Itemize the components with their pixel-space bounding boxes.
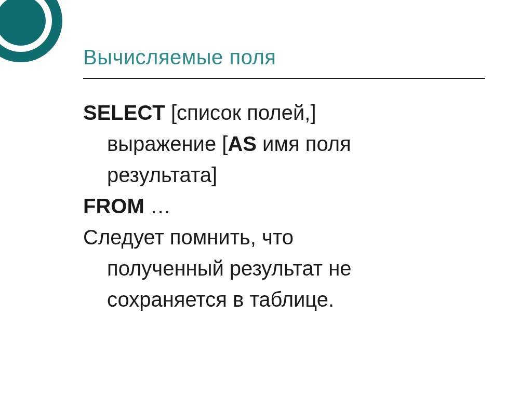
sql-line-2: выражение [AS имя поля	[83, 130, 485, 158]
slide-body: SELECT [список полей,] выражение [AS имя…	[83, 99, 485, 317]
sql-text: выражение [	[107, 132, 228, 155]
title-underline	[83, 78, 485, 79]
note-line-2: полученный результат не	[83, 254, 485, 282]
sql-line-3: результата]	[83, 161, 485, 189]
sql-line-4: FROM …	[83, 192, 485, 220]
sql-text: результата]	[107, 163, 217, 186]
slide: Вычисляемые поля SELECT [список полей,] …	[0, 0, 532, 398]
sql-text: …	[144, 195, 171, 217]
sql-line-1: SELECT [список полей,]	[83, 99, 485, 127]
sql-text: имя поля	[257, 132, 351, 155]
keyword-select: SELECT	[83, 101, 165, 124]
slide-title: Вычисляемые поля	[83, 46, 485, 69]
keyword-from: FROM	[83, 195, 144, 217]
keyword-as: AS	[228, 132, 257, 155]
note-line-1: Следует помнить, что	[83, 223, 485, 251]
note-line-3: сохраняется в таблице.	[83, 285, 485, 313]
sql-text: [список полей,]	[165, 101, 316, 124]
